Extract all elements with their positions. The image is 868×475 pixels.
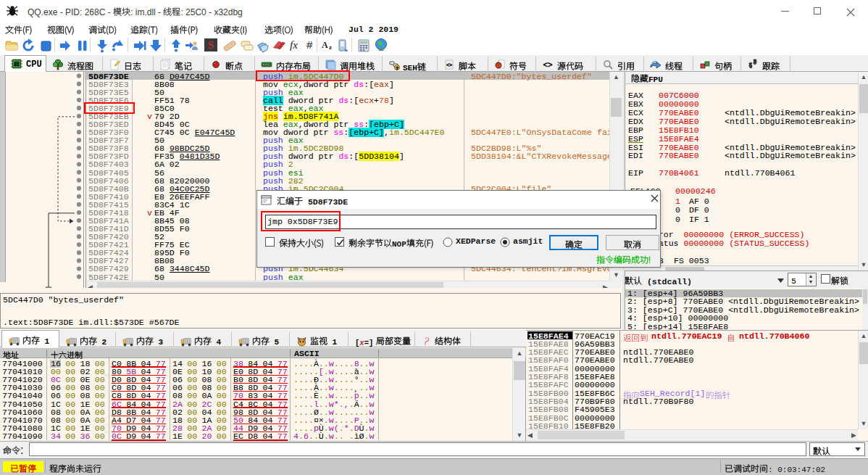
svg-text:A: A — [322, 40, 328, 50]
svg-text:32: 32 — [14, 62, 20, 67]
svg-text:<>: <> — [446, 62, 452, 67]
svg-text:S: S — [208, 40, 214, 51]
svg-text:?: ? — [396, 66, 398, 70]
svg-text:fx: fx — [290, 39, 298, 51]
svg-text:<>: <> — [543, 61, 552, 70]
svg-text:#: # — [306, 38, 313, 51]
svg-text:z: z — [329, 44, 332, 51]
